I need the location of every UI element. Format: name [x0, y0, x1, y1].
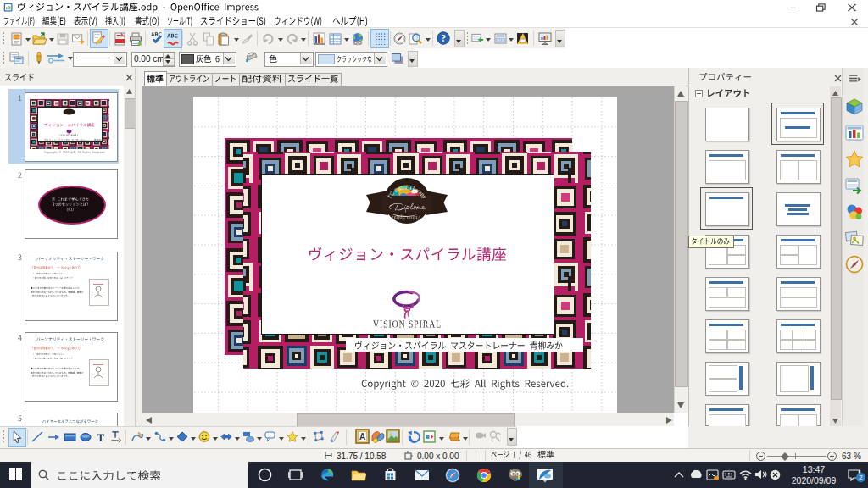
svg-text:A: A: [359, 432, 365, 441]
svg-text:?: ?: [441, 33, 446, 43]
